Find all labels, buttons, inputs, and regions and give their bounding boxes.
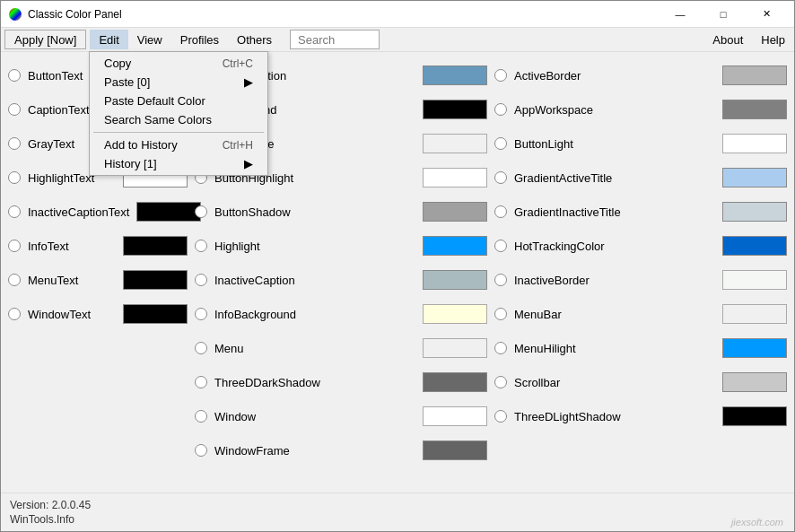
label-menu-bar: MenuBar (514, 308, 715, 321)
menu-profiles[interactable]: Profiles (171, 30, 228, 49)
swatch-scrollbar[interactable] (722, 372, 787, 392)
menu-others[interactable]: Others (228, 30, 281, 49)
minimize-button[interactable]: — (660, 1, 701, 28)
menu-add-history[interactable]: Add to History Ctrl+H (90, 135, 267, 154)
radio-highlight-text[interactable] (8, 171, 21, 184)
menu-about[interactable]: About (703, 30, 752, 49)
list-item: ActiveBorder (494, 59, 787, 92)
radio-menu-hilight[interactable] (494, 342, 507, 354)
radio-gradient-active-title[interactable] (494, 171, 507, 184)
swatch-menu-hilight[interactable] (722, 338, 787, 358)
radio-active-border[interactable] (494, 69, 507, 82)
title-bar: Classic Color Panel — □ ✕ (1, 1, 794, 28)
list-item: ThreeDLightShadow (494, 400, 787, 432)
radio-gray-text[interactable] (8, 137, 21, 150)
main-window: Classic Color Panel — □ ✕ Apply [Now] Ed… (0, 0, 795, 532)
swatch-menu-text[interactable] (123, 270, 188, 290)
swatch-gradient-active-title[interactable] (722, 168, 787, 188)
swatch-hot-tracking-color[interactable] (722, 236, 787, 256)
label-info-text: InfoText (28, 240, 116, 253)
list-item: Window (195, 400, 487, 432)
radio-menu-bar[interactable] (494, 308, 507, 320)
search-same-label: Search Same Colors (104, 113, 212, 126)
swatch-active-border[interactable] (722, 65, 787, 85)
menu-edit[interactable]: Edit (90, 30, 127, 49)
menu-copy[interactable]: Copy Ctrl+C (90, 54, 267, 73)
radio-inactive-caption[interactable] (195, 274, 207, 286)
search-input[interactable] (290, 30, 380, 49)
app-icon (8, 7, 22, 22)
swatch-menu-bar[interactable] (722, 304, 787, 324)
apply-now-button[interactable]: Apply [Now] (4, 30, 86, 49)
radio-inactive-caption-text[interactable] (8, 205, 21, 218)
menu-history[interactable]: History [1] ▶ (90, 154, 267, 173)
list-item: GradientInactiveTitle (494, 196, 787, 228)
swatch-gradient-inactive-title[interactable] (722, 202, 787, 222)
menu-search-same[interactable]: Search Same Colors (90, 110, 267, 129)
footer: Version: 2.0.0.45 WinTools.Info jiexsoft… (1, 493, 794, 531)
radio-window-text[interactable] (8, 308, 21, 320)
swatch-active-caption[interactable] (423, 65, 487, 85)
swatch-three-dd-dark-shadow[interactable] (423, 372, 487, 392)
copy-label: Copy (104, 57, 131, 70)
swatch-inactive-caption-text[interactable] (136, 202, 201, 222)
radio-caption-text[interactable] (8, 103, 21, 116)
swatch-button-shadow[interactable] (423, 202, 487, 222)
paste-label: Paste [0] (104, 75, 150, 89)
radio-three-d-light-shadow[interactable] (494, 410, 507, 423)
right-panel: ActiveBorder AppWorkspace ButtonLight Gr… (494, 59, 787, 485)
swatch-inactive-border[interactable] (722, 270, 787, 290)
menu-help[interactable]: Help (752, 30, 794, 49)
list-item: Menu (195, 332, 487, 364)
label-three-dd-dark-shadow: ThreeDDarkShadow (214, 376, 415, 389)
radio-three-dd-dark-shadow[interactable] (195, 376, 207, 388)
swatch-info-text[interactable] (123, 236, 188, 256)
radio-menu-text[interactable] (8, 274, 21, 286)
label-scrollbar: Scrollbar (514, 376, 715, 389)
radio-window-frame[interactable] (195, 444, 207, 457)
list-item: InactiveCaptionText (8, 196, 188, 228)
swatch-button-face[interactable] (423, 134, 487, 153)
radio-inactive-border[interactable] (494, 274, 507, 286)
radio-info-background[interactable] (195, 308, 207, 320)
copy-shortcut: Ctrl+C (196, 57, 253, 70)
label-button-shadow: ButtonShadow (214, 205, 415, 219)
swatch-button-light[interactable] (722, 134, 787, 153)
radio-button-shadow[interactable] (195, 205, 207, 218)
history-arrow: ▶ (244, 157, 253, 170)
swatch-window[interactable] (423, 406, 487, 426)
swatch-window-text[interactable] (123, 304, 188, 324)
maximize-button[interactable]: □ (703, 1, 744, 28)
menu-view[interactable]: View (128, 30, 171, 49)
close-button[interactable]: ✕ (746, 1, 787, 28)
swatch-menu[interactable] (423, 338, 487, 358)
radio-info-text[interactable] (8, 240, 21, 252)
radio-menu[interactable] (195, 342, 207, 354)
list-item: MenuHilight (494, 332, 787, 364)
radio-hot-tracking-color[interactable] (494, 240, 507, 252)
swatch-inactive-caption[interactable] (423, 270, 487, 290)
radio-button-light[interactable] (494, 137, 507, 150)
swatch-background[interactable] (423, 100, 487, 119)
swatch-button-highlight[interactable] (423, 168, 487, 188)
list-item: MenuBar (494, 298, 787, 330)
radio-window[interactable] (195, 410, 207, 423)
swatch-info-background[interactable] (423, 304, 487, 324)
swatch-highlight[interactable] (423, 236, 487, 256)
radio-app-workspace[interactable] (494, 103, 507, 116)
label-hot-tracking-color: HotTrackingColor (514, 240, 715, 253)
menu-paste[interactable]: Paste [0] ▶ (90, 73, 267, 92)
label-menu-text: MenuText (28, 274, 116, 287)
radio-gradient-inactive-title[interactable] (494, 205, 507, 218)
swatch-app-workspace[interactable] (722, 100, 787, 119)
watermark: jiexsoft.com (731, 517, 783, 528)
radio-scrollbar[interactable] (494, 376, 507, 388)
menu-paste-default[interactable]: Paste Default Color (90, 92, 267, 110)
paste-arrow: ▶ (244, 75, 253, 89)
radio-highlight[interactable] (195, 240, 207, 252)
list-item: AppWorkspace (494, 93, 787, 126)
swatch-window-frame[interactable] (423, 440, 487, 460)
swatch-three-d-light-shadow[interactable] (722, 406, 787, 426)
radio-button-text[interactable] (8, 69, 21, 82)
label-window-text: WindowText (28, 308, 116, 321)
